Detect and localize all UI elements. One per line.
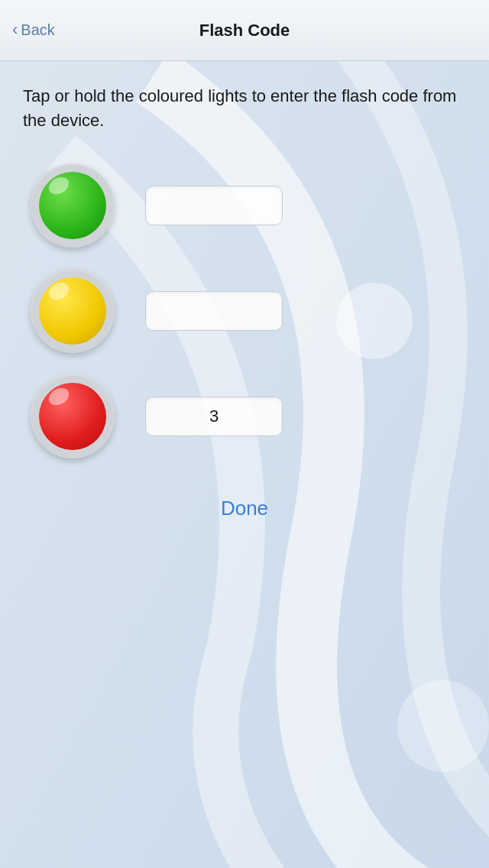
done-button[interactable]: Done — [221, 497, 268, 520]
chevron-left-icon: ‹ — [12, 20, 18, 40]
green-flash-input[interactable] — [145, 186, 283, 225]
yellow-light-row — [31, 269, 466, 353]
back-button[interactable]: ‹ Back — [12, 21, 55, 40]
yellow-flash-input[interactable] — [145, 291, 283, 331]
yellow-light-inner — [39, 277, 106, 345]
red-light-button[interactable] — [31, 374, 115, 458]
green-light-button[interactable] — [31, 164, 115, 248]
svg-point-2 — [397, 680, 489, 772]
red-light-row — [31, 374, 466, 458]
page-title: Flash Code — [199, 21, 290, 40]
instruction-text: Tap or hold the coloured lights to enter… — [23, 84, 466, 133]
light-rows — [23, 164, 466, 458]
navigation-bar: ‹ Back Flash Code — [0, 0, 489, 61]
green-light-inner — [39, 172, 106, 239]
red-light-inner — [39, 383, 106, 450]
back-label: Back — [21, 21, 54, 39]
main-content: Tap or hold the coloured lights to enter… — [0, 61, 489, 536]
red-flash-input[interactable] — [145, 397, 283, 436]
green-light-row — [31, 164, 466, 248]
yellow-light-button[interactable] — [31, 269, 115, 353]
